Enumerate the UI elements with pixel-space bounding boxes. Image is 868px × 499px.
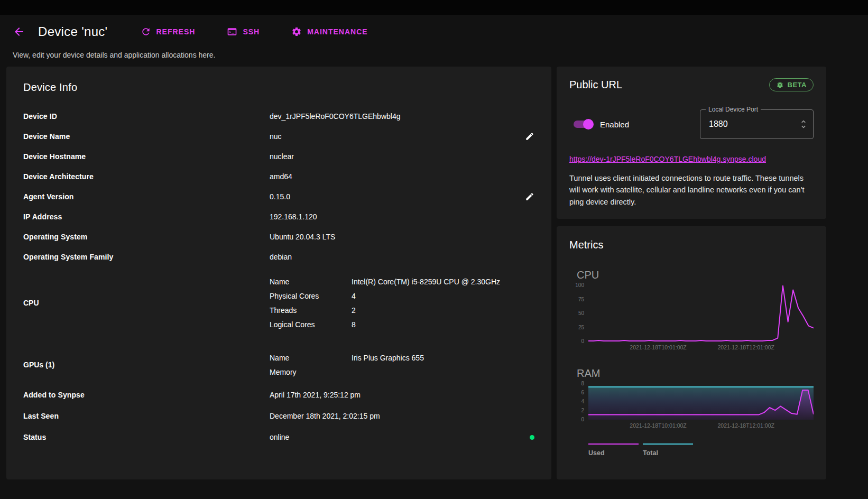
main-content: Device Info Device IDdev_1rJPF5leRoF0COY… bbox=[0, 67, 868, 479]
sub-row: NameIris Plus Graphics 655 bbox=[270, 350, 534, 365]
info-label: Added to Synpse bbox=[23, 391, 270, 399]
sub-row: Threads2 bbox=[270, 303, 534, 317]
sub-label: Physical Cores bbox=[270, 292, 352, 300]
toggle-label: Enabled bbox=[600, 120, 629, 129]
info-value: 0.15.0 bbox=[270, 192, 520, 201]
beta-badge[interactable]: BETA bbox=[769, 78, 814, 91]
window-top-strip bbox=[0, 0, 868, 15]
ram-chart-title: RAM bbox=[577, 367, 814, 380]
sub-value: 2 bbox=[352, 306, 356, 315]
info-label: CPU bbox=[23, 299, 270, 307]
y-axis-tick: 6 bbox=[569, 390, 584, 395]
y-axis-tick: 50 bbox=[569, 310, 584, 316]
info-value: debian bbox=[270, 253, 520, 261]
info-label: Device Architecture bbox=[23, 172, 270, 181]
chart-plot-area bbox=[588, 285, 814, 341]
status-online-dot bbox=[530, 435, 534, 440]
edit-icon[interactable] bbox=[525, 192, 534, 201]
gpu-group: GPUs (1)NameIris Plus Graphics 655Memory bbox=[23, 350, 534, 379]
ram-chart: 02468 bbox=[569, 384, 814, 420]
sub-label: Threads bbox=[270, 306, 352, 315]
sub-label: Name bbox=[270, 278, 352, 286]
legend-item-total[interactable]: Total bbox=[643, 443, 693, 457]
info-value: amd64 bbox=[270, 172, 520, 181]
bug-icon bbox=[776, 81, 784, 89]
back-button[interactable] bbox=[13, 24, 27, 39]
tunnel-description: Tunnel uses client initiated connections… bbox=[569, 172, 814, 208]
chart-plot-area bbox=[588, 384, 814, 420]
x-axis-tick: 2021-12-18T12:01:00Z bbox=[717, 344, 774, 350]
device-info-row: Device IDdev_1rJPF5leRoF0COY6TLGEhbwbl4g bbox=[23, 106, 534, 126]
info-label: Operating System Family bbox=[23, 253, 270, 261]
device-footer-rows: Added to SynpseApril 17th 2021, 9:25:12 … bbox=[23, 384, 534, 448]
info-label: Status bbox=[23, 433, 270, 441]
toggle-thumb[interactable] bbox=[583, 119, 594, 130]
sub-value: 8 bbox=[352, 320, 356, 329]
maintenance-button[interactable]: MAINTENANCE bbox=[289, 23, 370, 40]
sub-row: NameIntel(R) Core(TM) i5-8259U CPU @ 2.3… bbox=[270, 274, 534, 289]
ssh-button[interactable]: SSH bbox=[225, 23, 262, 40]
sub-row: Logical Cores8 bbox=[270, 317, 534, 331]
chart-legend: UsedTotal bbox=[588, 443, 814, 457]
x-axis-tick: 2021-12-18T12:01:00Z bbox=[717, 422, 774, 429]
public-url-toggle[interactable]: Enabled bbox=[569, 120, 629, 129]
info-value: April 17th 2021, 9:25:12 pm bbox=[270, 391, 520, 399]
sub-row: Physical Cores4 bbox=[270, 289, 534, 303]
beta-label: BETA bbox=[788, 81, 807, 89]
info-label: Device Hostname bbox=[23, 152, 270, 161]
sub-table: NameIntel(R) Core(TM) i5-8259U CPU @ 2.3… bbox=[270, 274, 534, 331]
edit-icon[interactable] bbox=[525, 132, 534, 141]
x-axis-tick: 2021-12-18T10:01:00Z bbox=[630, 344, 686, 350]
info-label: Device Name bbox=[23, 132, 270, 141]
y-axis-tick: 25 bbox=[569, 325, 584, 330]
ram-chart-svg bbox=[588, 384, 814, 420]
y-axis-tick: 100 bbox=[569, 282, 584, 288]
refresh-button[interactable]: REFRESH bbox=[138, 23, 198, 40]
info-value: 192.168.1.120 bbox=[270, 212, 520, 221]
device-info-row: Agent Version0.15.0 bbox=[23, 187, 534, 207]
terminal-icon bbox=[227, 26, 237, 37]
y-axis-tick: 2 bbox=[569, 408, 584, 413]
device-info-row: Operating SystemUbuntu 20.04.3 LTS bbox=[23, 227, 534, 247]
gear-icon bbox=[291, 26, 302, 37]
device-info-row: Last SeenDecember 18th 2021, 2:02:15 pm bbox=[23, 405, 534, 427]
right-column: Public URL BETA Enabled Local Device Por… bbox=[557, 67, 826, 479]
port-field-label: Local Device Port bbox=[706, 106, 761, 113]
cpu-group: CPUNameIntel(R) Core(TM) i5-8259U CPU @ … bbox=[23, 274, 534, 331]
ram-chart-xaxis: 2021-12-18T10:01:00Z2021-12-18T12:01:00Z bbox=[588, 422, 814, 432]
local-device-port-field[interactable]: Local Device Port bbox=[700, 109, 814, 139]
toggle-track[interactable] bbox=[574, 121, 592, 128]
metrics-card: Metrics CPU 0255075100 2021-12-18T10:01:… bbox=[557, 226, 826, 479]
device-info-row: Added to SynpseApril 17th 2021, 9:25:12 … bbox=[23, 384, 534, 405]
sub-table: NameIris Plus Graphics 655Memory bbox=[270, 350, 534, 379]
legend-color-line bbox=[643, 443, 693, 445]
info-value: nuclear bbox=[270, 152, 520, 161]
public-url-link[interactable]: https://dev-1rJPF5leRoF0COY6TLGEhbwbl4g.… bbox=[569, 155, 766, 163]
info-value: dev_1rJPF5leRoF0COY6TLGEhbwbl4g bbox=[270, 112, 520, 121]
info-value: online bbox=[270, 433, 520, 441]
port-stepper-icon[interactable] bbox=[798, 119, 809, 130]
cpu-chart: 0255075100 bbox=[569, 285, 814, 341]
local-device-port-input[interactable] bbox=[708, 119, 798, 130]
device-info-row: Device Architectureamd64 bbox=[23, 167, 534, 187]
page-title: Device 'nuc' bbox=[38, 24, 108, 39]
legend-color-line bbox=[588, 443, 639, 445]
metrics-title: Metrics bbox=[569, 239, 814, 251]
info-value: December 18th 2021, 2:02:15 pm bbox=[270, 412, 520, 420]
row-actions bbox=[520, 435, 534, 440]
cpu-chart-svg bbox=[588, 285, 814, 341]
x-axis-tick: 2021-12-18T10:01:00Z bbox=[630, 422, 686, 429]
device-info-row: Device Hostnamenuclear bbox=[23, 146, 534, 167]
sub-label: Name bbox=[270, 354, 352, 362]
device-info-row: IP Address192.168.1.120 bbox=[23, 207, 534, 227]
cpu-chart-xaxis: 2021-12-18T10:01:00Z2021-12-18T12:01:00Z bbox=[588, 344, 814, 354]
sub-value: 4 bbox=[352, 292, 356, 300]
legend-item-used[interactable]: Used bbox=[588, 443, 639, 457]
info-label: IP Address bbox=[23, 212, 270, 221]
device-info-row: Operating System Familydebian bbox=[23, 247, 534, 267]
info-value: Ubuntu 20.04.3 LTS bbox=[270, 233, 520, 241]
page-subtitle: View, edit your device details and appli… bbox=[13, 51, 855, 59]
legend-label: Total bbox=[643, 449, 693, 457]
arrow-back-icon bbox=[13, 25, 25, 38]
y-axis-tick: 0 bbox=[569, 417, 584, 422]
